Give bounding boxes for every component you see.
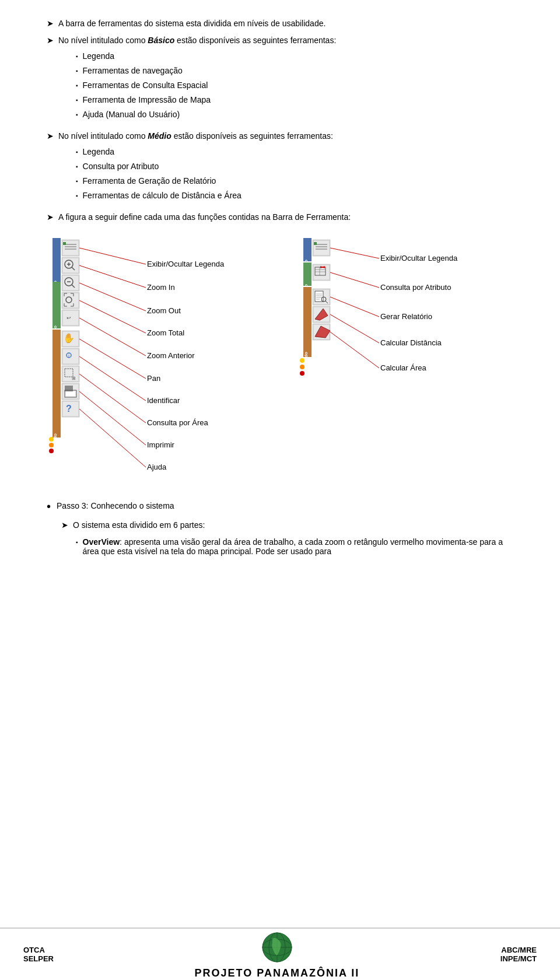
medio-item-3: ▪ Ferramenta de Geração de Relatório [76, 175, 513, 187]
passo3-arrow-item: ➤ O sistema esta dividido em 6 partes: [61, 519, 513, 531]
medio-item-label-3: Ferramenta de Geração de Relatório [83, 175, 216, 187]
overview-colon-text: : apresenta uma visão geral da área de t… [83, 537, 503, 556]
svg-text:avancado: avancado [303, 352, 309, 373]
basico-item-2: ▪ Ferramentas de navegação [76, 65, 513, 77]
svg-rect-71 [303, 238, 312, 261]
svg-rect-40 [63, 367, 78, 381]
medio-suffix: estão disponíveis as seguintes ferrament… [172, 131, 333, 141]
square-bullet-icon: ▪ [76, 177, 78, 186]
svg-text:Calcular Distância: Calcular Distância [380, 338, 442, 347]
svg-text:✋: ✋ [63, 332, 75, 344]
passo3-text: Passo 3: Conhecendo o sistema [57, 499, 174, 512]
svg-text:?: ? [66, 404, 72, 414]
medio-bold: Médio [148, 131, 171, 141]
figura-intro-text: A figura a seguir define cada uma das fu… [58, 211, 513, 223]
basico-bold: Básico [148, 36, 174, 45]
square-bullet-icon: ▪ [76, 191, 78, 200]
svg-text:Gerar Relatório: Gerar Relatório [380, 312, 432, 321]
svg-line-54 [79, 300, 146, 333]
svg-text:Ajuda: Ajuda [147, 463, 167, 471]
svg-line-58 [79, 374, 146, 423]
bullet-dot-icon: • [47, 498, 51, 514]
svg-line-111 [330, 297, 379, 317]
basico-suffix: estão disponíveis as seguintes ferrament… [174, 36, 336, 45]
medio-prefix: No nível intitulado como [58, 131, 148, 141]
overview-text-container: OverView: apresenta uma visão geral da á… [83, 537, 513, 556]
square-bullet-icon: ▪ [76, 81, 78, 90]
svg-rect-0 [52, 238, 61, 282]
right-figure: basico medio avancado [298, 235, 508, 435]
footer-right-line1: ABC/MRE [501, 946, 537, 954]
svg-point-79 [300, 371, 304, 376]
basico-item-label-4: Ferramenta de Impressão de Mapa [83, 94, 211, 106]
svg-line-110 [330, 272, 379, 288]
medio-item-4: ▪ Ferramentas de cálculo de Distância e … [76, 190, 513, 202]
svg-text:Consulta por Atributo: Consulta por Atributo [380, 283, 451, 292]
square-bullet-overview: ▪ [76, 539, 78, 545]
basico-item-1: ▪ Legenda [76, 50, 513, 62]
bullet-text-1: A barra de ferramentas do sistema esta d… [58, 18, 513, 30]
footer-right: ABC/MRE INPE/MCT [501, 946, 537, 963]
basico-item-label-1: Legenda [83, 50, 115, 62]
svg-text:Calcular Área: Calcular Área [380, 363, 427, 372]
svg-point-8 [49, 449, 54, 453]
arrow-icon-figura: ➤ [47, 212, 54, 222]
medio-item-label-2: Consulta por Atributo [83, 160, 159, 173]
footer-center: PROJETO PANAMAZÔNIA II [195, 930, 360, 979]
medio-item-label-4: Ferramentas de cálculo de Distância e Ár… [83, 190, 242, 202]
svg-point-7 [49, 443, 54, 447]
basico-item-3: ▪ Ferramentas de Consulta Espacial [76, 79, 513, 92]
svg-line-59 [79, 391, 146, 445]
svg-text:Zoom In: Zoom In [147, 283, 175, 292]
overview-item: ▪ OverView: apresenta uma visão geral da… [76, 537, 513, 556]
passo3-item: • Passo 3: Conhecendo o sistema [47, 499, 513, 514]
svg-text:Zoom Out: Zoom Out [147, 306, 181, 315]
svg-line-57 [79, 356, 146, 401]
svg-text:Identificar: Identificar [147, 396, 180, 405]
arrow-icon-2: ➤ [47, 36, 54, 45]
svg-line-55 [79, 318, 146, 356]
svg-line-109 [330, 248, 379, 258]
footer-left-line1: OTCA [23, 946, 54, 954]
svg-line-56 [79, 339, 146, 379]
passo3-arrow-text: O sistema esta dividido em 6 partes: [73, 519, 513, 531]
svg-rect-85 [314, 242, 317, 245]
medio-item-1: ▪ Legenda [76, 146, 513, 158]
svg-text:i: i [68, 353, 69, 359]
svg-text:Exibir/Ocultar Legenda: Exibir/Ocultar Legenda [147, 260, 225, 268]
svg-text:⊞: ⊞ [72, 376, 76, 381]
svg-text:Exibir/Ocultar Legenda: Exibir/Ocultar Legenda [380, 254, 458, 262]
basico-list: ▪ Legenda ▪ Ferramentas de navegação ▪ F… [76, 50, 513, 121]
footer-title: PROJETO PANAMAZÔNIA II [195, 967, 360, 979]
footer-left: OTCA SELPER [23, 946, 54, 963]
footer: OTCA SELPER PROJETO PANAMAZÔNIA II ABC/M… [0, 928, 560, 980]
bullet-item-medio: ➤ No nível intitulado como Médio estão d… [47, 130, 513, 205]
medio-item-2: ▪ Consulta por Atributo [76, 160, 513, 173]
bullet-text-medio: No nível intitulado como Médio estão dis… [58, 130, 513, 205]
left-figure: basico medio avancado [47, 235, 274, 482]
basico-prefix: No nível intitulado como [58, 36, 148, 45]
basico-item-label-3: Ferramentas de Consulta Espacial [83, 79, 208, 92]
svg-line-112 [330, 314, 379, 343]
basico-item-4: ▪ Ferramenta de Impressão de Mapa [76, 94, 513, 106]
bullet-item-2: ➤ No nível intitulado como Básico estão … [47, 34, 513, 124]
svg-rect-96 [315, 291, 323, 302]
svg-rect-4 [52, 330, 61, 438]
svg-rect-2 [52, 282, 61, 328]
basico-item-label-2: Ferramentas de navegação [83, 65, 183, 77]
svg-line-53 [79, 283, 146, 311]
bullet-item-1: ➤ A barra de ferramentas do sistema esta… [47, 18, 513, 30]
bullet-text-2: No nível intitulado como Básico estão di… [58, 34, 513, 124]
svg-text:Pan: Pan [147, 374, 160, 383]
svg-text:Imprimir: Imprimir [147, 440, 175, 449]
svg-text:Consulta por Área: Consulta por Área [147, 418, 209, 427]
svg-line-113 [330, 332, 379, 368]
svg-text:Zoom Total: Zoom Total [147, 328, 184, 337]
svg-line-60 [79, 409, 146, 467]
square-bullet-icon: ▪ [76, 52, 78, 61]
page-content: ➤ A barra de ferramentas do sistema esta… [0, 0, 560, 629]
medio-list: ▪ Legenda ▪ Consulta por Atributo ▪ Ferr… [76, 146, 513, 202]
svg-point-78 [300, 365, 304, 369]
svg-rect-73 [303, 262, 312, 286]
svg-point-6 [49, 437, 54, 442]
